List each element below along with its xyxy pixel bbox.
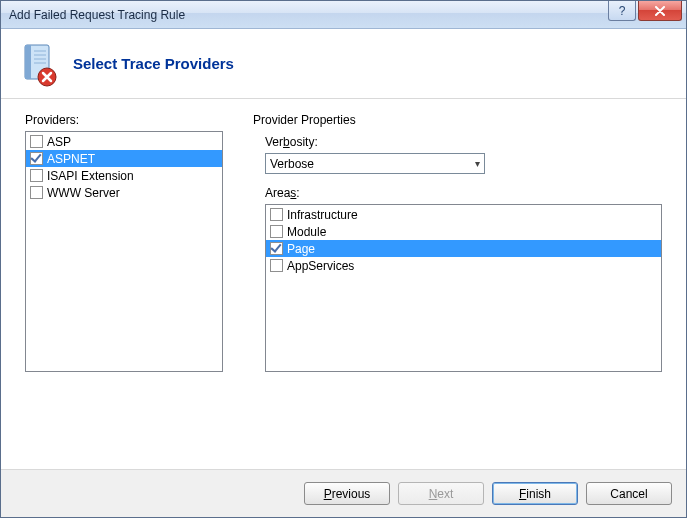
- verbosity-value: Verbose: [270, 157, 314, 171]
- wizard-header: Select Trace Providers: [1, 29, 686, 99]
- area-item[interactable]: Infrastructure: [266, 206, 661, 223]
- area-item[interactable]: Module: [266, 223, 661, 240]
- provider-label: WWW Server: [47, 186, 120, 200]
- verbosity-label: Verbosity:: [265, 135, 662, 149]
- wizard-footer: Previous Next Finish Cancel: [1, 469, 686, 517]
- svg-rect-2: [25, 45, 31, 79]
- wizard-icon: [19, 43, 55, 85]
- provider-item[interactable]: WWW Server: [26, 184, 222, 201]
- provider-item[interactable]: ISAPI Extension: [26, 167, 222, 184]
- wizard-window: Add Failed Request Tracing Rule ?: [0, 0, 687, 518]
- provider-checkbox[interactable]: [30, 169, 43, 182]
- area-item[interactable]: AppServices: [266, 257, 661, 274]
- area-checkbox[interactable]: [270, 259, 283, 272]
- wizard-body: Providers: ASPASPNETISAPI ExtensionWWW S…: [1, 99, 686, 372]
- next-button: Next: [398, 482, 484, 505]
- previous-button[interactable]: Previous: [304, 482, 390, 505]
- verbosity-select[interactable]: Verbose ▾: [265, 153, 485, 174]
- area-checkbox[interactable]: [270, 208, 283, 221]
- area-label: AppServices: [287, 259, 354, 273]
- provider-checkbox[interactable]: [30, 152, 43, 165]
- areas-label: Areas:: [265, 186, 662, 200]
- provider-label: ASPNET: [47, 152, 95, 166]
- page-title: Select Trace Providers: [73, 55, 234, 72]
- area-checkbox[interactable]: [270, 242, 283, 255]
- providers-label: Providers:: [25, 113, 223, 127]
- area-item[interactable]: Page: [266, 240, 661, 257]
- areas-listbox[interactable]: InfrastructureModulePageAppServices: [265, 204, 662, 372]
- window-buttons: ?: [606, 1, 682, 21]
- provider-properties-label: Provider Properties: [253, 113, 662, 127]
- close-button[interactable]: [638, 1, 682, 21]
- properties-column: Provider Properties Verbosity: Verbose ▾…: [253, 113, 662, 372]
- area-label: Module: [287, 225, 326, 239]
- window-title: Add Failed Request Tracing Rule: [9, 8, 185, 22]
- provider-label: ASP: [47, 135, 71, 149]
- cancel-button[interactable]: Cancel: [586, 482, 672, 505]
- help-button[interactable]: ?: [608, 1, 636, 21]
- area-label: Page: [287, 242, 315, 256]
- providers-listbox[interactable]: ASPASPNETISAPI ExtensionWWW Server: [25, 131, 223, 372]
- provider-item[interactable]: ASP: [26, 133, 222, 150]
- svg-text:?: ?: [619, 5, 626, 17]
- area-label: Infrastructure: [287, 208, 358, 222]
- provider-label: ISAPI Extension: [47, 169, 134, 183]
- finish-button[interactable]: Finish: [492, 482, 578, 505]
- provider-checkbox[interactable]: [30, 186, 43, 199]
- provider-item[interactable]: ASPNET: [26, 150, 222, 167]
- titlebar: Add Failed Request Tracing Rule ?: [1, 1, 686, 29]
- area-checkbox[interactable]: [270, 225, 283, 238]
- chevron-down-icon: ▾: [475, 158, 480, 169]
- provider-checkbox[interactable]: [30, 135, 43, 148]
- providers-column: Providers: ASPASPNETISAPI ExtensionWWW S…: [25, 113, 223, 372]
